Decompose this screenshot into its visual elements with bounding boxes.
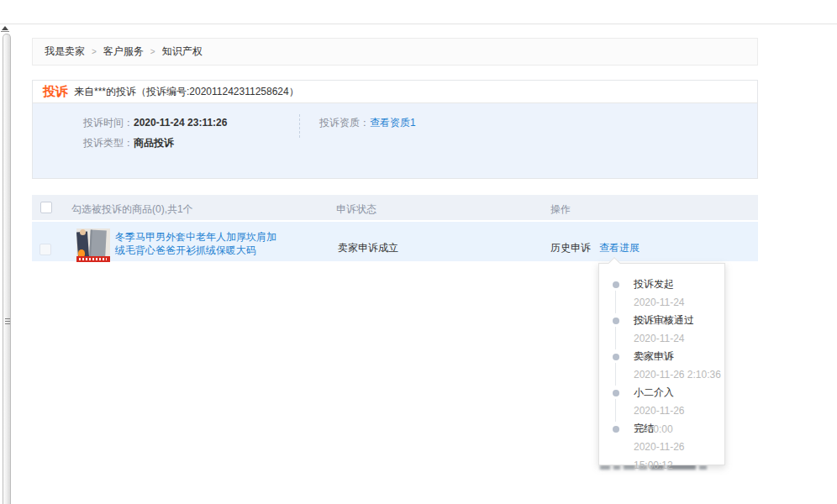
table-row: 冬季马甲男外套中老年人加厚坎肩加 绒毛背心爸爸开衫抓绒保暖大码 卖家申诉成立 历… (32, 222, 758, 261)
timeline-step-label: 投诉发起 (634, 276, 724, 293)
complaint-time-label: 投诉时间： (83, 117, 134, 129)
product-thumbnail[interactable] (76, 228, 110, 262)
table-header-row: 勾选被投诉的商品(0),共1个 申诉状态 操作 (32, 195, 758, 220)
timeline-step-label: 小二介入 (634, 384, 724, 402)
timeline-step: 投诉审核通过 2020-11-24 23:12:09 (599, 312, 724, 348)
scrollbar-thumb[interactable] (3, 34, 11, 504)
row-actions: 历史申诉查看进展 (550, 241, 640, 255)
complaint-panel-header: 投诉 来自***的投诉（投诉编号:202011242311258624） (33, 81, 757, 103)
breadcrumb-item-customer-service[interactable]: 客户服务 (103, 45, 144, 59)
complaint-type-value: 商品投诉 (134, 137, 174, 149)
product-title-link[interactable]: 冬季马甲男外套中老年人加厚坎肩加 绒毛背心爸爸开衫抓绒保暖大码 (115, 230, 300, 257)
complaint-type-label: 投诉类型： (83, 137, 134, 149)
complaint-panel-body: 投诉时间：2020-11-24 23:11:26 投诉资质：查看资质1 投诉类型… (33, 103, 757, 178)
select-column-header: 勾选被投诉的商品(0),共1个 (71, 202, 193, 217)
timeline-step-time: 2020-11-26 2:10:36 (634, 365, 724, 384)
view-progress-link[interactable]: 查看进展 (599, 242, 640, 254)
action-column-header: 操作 (550, 202, 571, 217)
thumbnail-head-shape (80, 229, 86, 235)
thumbnail-banner (76, 256, 110, 262)
timeline-step: 投诉发起 2020-11-24 23:11:26 (599, 276, 724, 312)
complaint-badge: 投诉 (43, 84, 68, 100)
timeline-step-label: 投诉审核通过 (634, 312, 724, 329)
view-qualification-link[interactable]: 查看资质1 (370, 117, 416, 129)
breadcrumb: 我是卖家 > 客户服务 > 知识产权 (32, 38, 758, 66)
thumbnail-vest-shape (89, 230, 107, 258)
complaint-items-table: 勾选被投诉的商品(0),共1个 申诉状态 操作 冬季马甲男外套中老年人加厚坎肩加… (32, 195, 758, 261)
timeline-dot-icon (613, 354, 619, 360)
history-appeal-link[interactable]: 历史申诉 (550, 242, 591, 254)
appeal-status: 卖家申诉成立 (338, 241, 398, 255)
timeline-step-label: 卖家申诉 (634, 348, 724, 365)
complaint-time-value: 2020-11-24 23:11:26 (134, 117, 227, 129)
status-column-header: 申诉状态 (336, 202, 376, 217)
complaint-qualification-label: 投诉资质： (319, 117, 370, 129)
complaint-panel: 投诉 来自***的投诉（投诉编号:202011242311258624） 投诉时… (32, 80, 758, 179)
select-all-checkbox[interactable] (40, 202, 52, 213)
progress-popover: 投诉发起 2020-11-24 23:11:26 投诉审核通过 2020-11-… (598, 263, 725, 465)
timeline-dot-icon (613, 318, 619, 324)
timeline-step-time: 2020-11-26 15:00:12 (634, 438, 724, 475)
scroll-up-arrow-icon[interactable] (2, 26, 8, 30)
timeline-step: 小二介入 2020-11-26 15:00:00 (599, 384, 724, 420)
row-checkbox[interactable] (39, 244, 51, 255)
field-divider (299, 114, 300, 138)
product-title-line2: 绒毛背心爸爸开衫抓绒保暖大码 (115, 244, 300, 257)
timeline-step: 完结 2020-11-26 15:00:12 (599, 420, 724, 456)
breadcrumb-separator-icon: > (92, 47, 97, 56)
breadcrumb-item-ip[interactable]: 知识产权 (162, 45, 203, 59)
left-scrollbar[interactable] (0, 24, 13, 504)
breadcrumb-separator-icon: > (150, 47, 155, 56)
frame-divider (0, 24, 837, 24)
timeline-dot-icon (613, 426, 619, 433)
timeline-step: 卖家申诉 2020-11-26 2:10:36 (599, 348, 724, 384)
timeline-dot-icon (613, 281, 619, 288)
product-title-line1: 冬季马甲男外套中老年人加厚坎肩加 (115, 230, 300, 244)
complaint-title: 来自***的投诉（投诉编号:202011242311258624） (74, 85, 299, 99)
breadcrumb-item-seller[interactable]: 我是卖家 (45, 45, 85, 59)
timeline-step-label: 完结 (634, 420, 724, 438)
timeline-dot-icon (613, 390, 619, 396)
progress-timeline: 投诉发起 2020-11-24 23:11:26 投诉审核通过 2020-11-… (599, 276, 724, 456)
scroll-up-arrow-base (1, 31, 9, 32)
scrollbar-grip-icon (5, 318, 10, 326)
